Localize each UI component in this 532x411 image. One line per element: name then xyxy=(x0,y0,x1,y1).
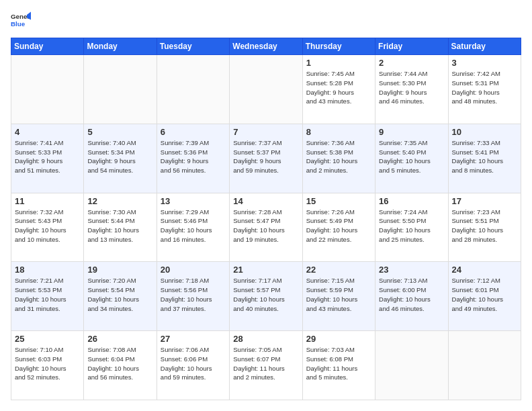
day-info: Sunrise: 7:39 AM Sunset: 5:36 PM Dayligh… xyxy=(161,138,226,175)
day-number: 2 xyxy=(379,58,444,68)
day-number: 5 xyxy=(87,127,152,137)
day-number: 20 xyxy=(161,265,226,275)
day-info: Sunrise: 7:29 AM Sunset: 5:46 PM Dayligh… xyxy=(161,208,226,244)
week-row-1: 1Sunrise: 7:45 AM Sunset: 5:28 PM Daylig… xyxy=(11,55,521,124)
day-info: Sunrise: 7:20 AM Sunset: 5:54 PM Dayligh… xyxy=(87,276,152,313)
calendar-cell: 7Sunrise: 7:37 AM Sunset: 5:37 PM Daylig… xyxy=(230,124,302,193)
day-number: 14 xyxy=(233,196,298,206)
calendar-cell: 6Sunrise: 7:39 AM Sunset: 5:36 PM Daylig… xyxy=(157,124,229,193)
day-number: 3 xyxy=(452,58,517,68)
calendar-cell: 4Sunrise: 7:41 AM Sunset: 5:33 PM Daylig… xyxy=(11,124,84,193)
day-info: Sunrise: 7:24 AM Sunset: 5:50 PM Dayligh… xyxy=(379,208,444,244)
day-number: 12 xyxy=(87,196,152,206)
day-number: 29 xyxy=(306,334,371,344)
day-info: Sunrise: 7:05 AM Sunset: 6:07 PM Dayligh… xyxy=(233,345,298,382)
calendar-cell: 15Sunrise: 7:26 AM Sunset: 5:49 PM Dayli… xyxy=(302,193,375,262)
calendar-cell: 23Sunrise: 7:13 AM Sunset: 6:00 PM Dayli… xyxy=(375,262,448,331)
day-info: Sunrise: 7:41 AM Sunset: 5:33 PM Dayligh… xyxy=(15,138,80,175)
day-info: Sunrise: 7:35 AM Sunset: 5:40 PM Dayligh… xyxy=(379,138,444,175)
week-row-4: 18Sunrise: 7:21 AM Sunset: 5:53 PM Dayli… xyxy=(11,262,521,331)
day-info: Sunrise: 7:33 AM Sunset: 5:41 PM Dayligh… xyxy=(452,138,517,175)
calendar-cell: 5Sunrise: 7:40 AM Sunset: 5:34 PM Daylig… xyxy=(84,124,157,193)
calendar-cell: 26Sunrise: 7:08 AM Sunset: 6:04 PM Dayli… xyxy=(84,331,157,400)
day-info: Sunrise: 7:37 AM Sunset: 5:37 PM Dayligh… xyxy=(233,138,298,175)
calendar-cell: 18Sunrise: 7:21 AM Sunset: 5:53 PM Dayli… xyxy=(11,262,84,331)
day-info: Sunrise: 7:42 AM Sunset: 5:31 PM Dayligh… xyxy=(452,69,517,106)
day-info: Sunrise: 7:21 AM Sunset: 5:53 PM Dayligh… xyxy=(15,276,80,313)
day-info: Sunrise: 7:18 AM Sunset: 5:56 PM Dayligh… xyxy=(161,276,226,313)
day-number: 19 xyxy=(87,265,152,275)
day-info: Sunrise: 7:10 AM Sunset: 6:03 PM Dayligh… xyxy=(15,345,80,382)
day-number: 4 xyxy=(15,127,80,137)
calendar-cell: 9Sunrise: 7:35 AM Sunset: 5:40 PM Daylig… xyxy=(375,124,448,193)
day-info: Sunrise: 7:26 AM Sunset: 5:49 PM Dayligh… xyxy=(306,208,371,244)
calendar-cell xyxy=(375,331,448,400)
calendar-cell xyxy=(448,331,521,400)
calendar-cell: 27Sunrise: 7:06 AM Sunset: 6:06 PM Dayli… xyxy=(157,331,229,400)
calendar-cell: 3Sunrise: 7:42 AM Sunset: 5:31 PM Daylig… xyxy=(448,55,521,124)
day-number: 11 xyxy=(15,196,80,206)
day-number: 22 xyxy=(306,265,371,275)
day-number: 13 xyxy=(161,196,226,206)
day-info: Sunrise: 7:08 AM Sunset: 6:04 PM Dayligh… xyxy=(87,345,152,382)
calendar-cell: 19Sunrise: 7:20 AM Sunset: 5:54 PM Dayli… xyxy=(84,262,157,331)
calendar-cell: 16Sunrise: 7:24 AM Sunset: 5:50 PM Dayli… xyxy=(375,193,448,262)
calendar-cell: 21Sunrise: 7:17 AM Sunset: 5:57 PM Dayli… xyxy=(230,262,302,331)
weekday-header-tuesday: Tuesday xyxy=(157,38,229,55)
weekday-header-sunday: Sunday xyxy=(11,38,84,55)
day-number: 28 xyxy=(233,334,298,344)
day-number: 21 xyxy=(233,265,298,275)
day-info: Sunrise: 7:15 AM Sunset: 5:59 PM Dayligh… xyxy=(306,276,371,313)
day-info: Sunrise: 7:32 AM Sunset: 5:43 PM Dayligh… xyxy=(15,208,80,244)
logo-icon: General Blue xyxy=(11,11,31,31)
calendar-cell: 20Sunrise: 7:18 AM Sunset: 5:56 PM Dayli… xyxy=(157,262,229,331)
page: General Blue SundayMondayTuesdayWednesda… xyxy=(0,0,532,411)
calendar-cell xyxy=(84,55,157,124)
calendar-cell: 17Sunrise: 7:23 AM Sunset: 5:51 PM Dayli… xyxy=(448,193,521,262)
calendar-cell xyxy=(230,55,302,124)
day-info: Sunrise: 7:23 AM Sunset: 5:51 PM Dayligh… xyxy=(452,208,517,244)
calendar-cell xyxy=(11,55,84,124)
day-info: Sunrise: 7:17 AM Sunset: 5:57 PM Dayligh… xyxy=(233,276,298,313)
day-number: 6 xyxy=(161,127,226,137)
day-number: 18 xyxy=(15,265,80,275)
day-number: 27 xyxy=(161,334,226,344)
calendar-cell: 2Sunrise: 7:44 AM Sunset: 5:30 PM Daylig… xyxy=(375,55,448,124)
weekday-header-friday: Friday xyxy=(375,38,448,55)
weekday-header-monday: Monday xyxy=(84,38,157,55)
day-info: Sunrise: 7:13 AM Sunset: 6:00 PM Dayligh… xyxy=(379,276,444,313)
weekday-header-row: SundayMondayTuesdayWednesdayThursdayFrid… xyxy=(11,38,521,55)
day-info: Sunrise: 7:06 AM Sunset: 6:06 PM Dayligh… xyxy=(161,345,226,382)
calendar-cell: 25Sunrise: 7:10 AM Sunset: 6:03 PM Dayli… xyxy=(11,331,84,400)
weekday-header-thursday: Thursday xyxy=(302,38,375,55)
week-row-5: 25Sunrise: 7:10 AM Sunset: 6:03 PM Dayli… xyxy=(11,331,521,400)
day-number: 7 xyxy=(233,127,298,137)
calendar-cell: 11Sunrise: 7:32 AM Sunset: 5:43 PM Dayli… xyxy=(11,193,84,262)
calendar-cell: 8Sunrise: 7:36 AM Sunset: 5:38 PM Daylig… xyxy=(302,124,375,193)
day-number: 15 xyxy=(306,196,371,206)
day-number: 25 xyxy=(15,334,80,344)
day-info: Sunrise: 7:36 AM Sunset: 5:38 PM Dayligh… xyxy=(306,138,371,175)
calendar-cell: 1Sunrise: 7:45 AM Sunset: 5:28 PM Daylig… xyxy=(302,55,375,124)
day-number: 17 xyxy=(452,196,517,206)
calendar-cell: 13Sunrise: 7:29 AM Sunset: 5:46 PM Dayli… xyxy=(157,193,229,262)
day-number: 16 xyxy=(379,196,444,206)
svg-text:Blue: Blue xyxy=(11,20,26,28)
weekday-header-saturday: Saturday xyxy=(448,38,521,55)
calendar-cell: 24Sunrise: 7:12 AM Sunset: 6:01 PM Dayli… xyxy=(448,262,521,331)
week-row-3: 11Sunrise: 7:32 AM Sunset: 5:43 PM Dayli… xyxy=(11,193,521,262)
day-number: 8 xyxy=(306,127,371,137)
day-info: Sunrise: 7:03 AM Sunset: 6:08 PM Dayligh… xyxy=(306,345,371,382)
calendar-cell: 29Sunrise: 7:03 AM Sunset: 6:08 PM Dayli… xyxy=(302,331,375,400)
day-number: 1 xyxy=(306,58,371,68)
day-number: 26 xyxy=(87,334,152,344)
day-info: Sunrise: 7:28 AM Sunset: 5:47 PM Dayligh… xyxy=(233,208,298,244)
calendar-cell: 10Sunrise: 7:33 AM Sunset: 5:41 PM Dayli… xyxy=(448,124,521,193)
calendar-cell: 14Sunrise: 7:28 AM Sunset: 5:47 PM Dayli… xyxy=(230,193,302,262)
calendar-cell xyxy=(157,55,229,124)
day-number: 23 xyxy=(379,265,444,275)
day-number: 10 xyxy=(452,127,517,137)
header: General Blue xyxy=(11,11,521,31)
calendar-cell: 28Sunrise: 7:05 AM Sunset: 6:07 PM Dayli… xyxy=(230,331,302,400)
day-info: Sunrise: 7:30 AM Sunset: 5:44 PM Dayligh… xyxy=(87,208,152,244)
